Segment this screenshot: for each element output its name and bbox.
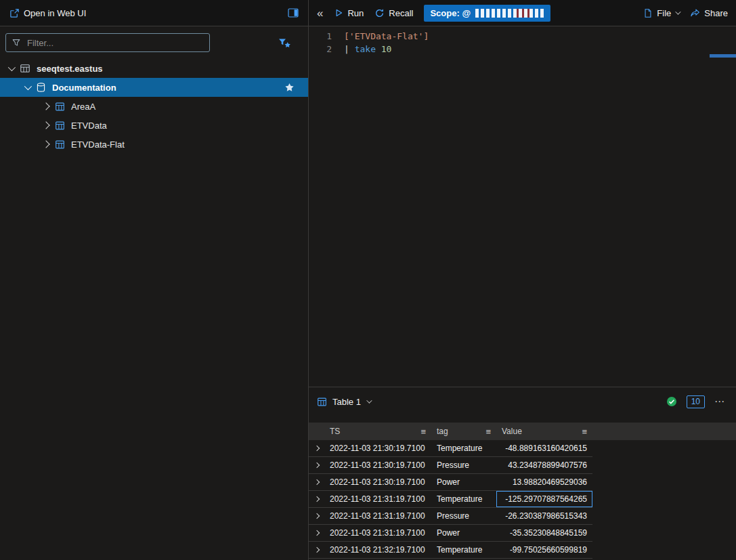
- filter-input-wrapper: [5, 33, 210, 52]
- open-in-web-ui-button[interactable]: Open in Web UI: [9, 8, 86, 18]
- table-label: ETVData: [71, 121, 107, 131]
- cell-value[interactable]: -26.230387986515343: [496, 508, 592, 524]
- cell-tag[interactable]: Pressure: [431, 508, 496, 524]
- cell-tag[interactable]: Power: [431, 525, 496, 541]
- cell-ts[interactable]: 2022-11-03 21:32:19.7100: [324, 542, 431, 558]
- column-menu-icon[interactable]: ≡: [485, 427, 491, 437]
- query-editor[interactable]: 1 ['ETVData-Flat'] 2 | take 10: [309, 26, 736, 387]
- code-token-number: 10: [376, 44, 391, 54]
- expand-column-header: [309, 423, 324, 440]
- table-row[interactable]: 2022-11-03 21:30:19.7100 Temperature -48…: [309, 440, 592, 457]
- row-expand-icon[interactable]: [313, 479, 319, 485]
- table-label: AreaA: [71, 102, 95, 112]
- chevron-right-icon[interactable]: [42, 140, 49, 148]
- topbar-right: « Run Recall Scope: @: [309, 0, 736, 26]
- table-label: ETVData-Flat: [71, 139, 125, 150]
- cell-tag[interactable]: Temperature: [431, 440, 496, 456]
- row-expand-icon[interactable]: [313, 462, 319, 468]
- results-table-header: TS ≡ tag ≡ Value ≡: [309, 423, 736, 440]
- column-header-tag[interactable]: tag ≡: [431, 423, 496, 440]
- chevron-down-icon[interactable]: [24, 83, 32, 90]
- cell-ts[interactable]: 2022-11-03 21:30:19.7100: [324, 457, 431, 473]
- file-icon: [643, 8, 653, 18]
- scope-redacted-value: [475, 9, 544, 18]
- run-button[interactable]: Run: [334, 8, 364, 18]
- tree-item-cluster[interactable]: seeqtest.eastus: [0, 59, 308, 78]
- column-header-value[interactable]: Value ≡: [496, 423, 592, 440]
- favorites-filter-icon[interactable]: [278, 37, 292, 48]
- cell-tag[interactable]: Power: [431, 474, 496, 490]
- tree-item-table-etvdata-flat[interactable]: ETVData-Flat: [0, 135, 308, 154]
- column-menu-icon[interactable]: ≡: [420, 427, 426, 437]
- tree-item-table-areaa[interactable]: AreaA: [0, 97, 308, 116]
- chevron-right-icon[interactable]: [42, 102, 49, 110]
- topbar-left: Open in Web UI: [0, 0, 309, 26]
- table-row[interactable]: 2022-11-03 21:31:19.7100 Temperature -12…: [309, 491, 592, 508]
- row-expand-icon[interactable]: [313, 547, 319, 553]
- cell-ts[interactable]: 2022-11-03 21:31:19.7100: [324, 491, 431, 507]
- column-label: Value: [502, 427, 522, 436]
- results-panel: Table 1 10 ⋯ TS ≡: [309, 387, 736, 560]
- results-tab-label[interactable]: Table 1: [332, 397, 361, 407]
- share-button[interactable]: Share: [690, 8, 728, 18]
- table-icon: [317, 397, 327, 407]
- results-header: Table 1 10 ⋯: [309, 387, 736, 416]
- main-panel: 1 ['ETVData-Flat'] 2 | take 10 Table 1: [309, 26, 736, 560]
- row-expand-icon[interactable]: [313, 530, 319, 536]
- collapse-panel-button[interactable]: «: [317, 7, 323, 19]
- chevron-down-icon[interactable]: [8, 64, 16, 71]
- connection-tree: seeqtest.eastus Documentation AreaA: [0, 59, 308, 154]
- cell-value[interactable]: 43.234878899407576: [496, 457, 592, 473]
- cell-value[interactable]: -99.75025660599819: [496, 542, 592, 558]
- column-label: TS: [330, 427, 340, 436]
- run-label: Run: [347, 8, 364, 18]
- cell-ts[interactable]: 2022-11-03 21:31:19.7100: [324, 508, 431, 524]
- table-row[interactable]: 2022-11-03 21:31:19.7100 Power -35.35230…: [309, 525, 592, 542]
- topbar: Open in Web UI « Run Recall Scope: @: [0, 0, 736, 26]
- scope-selector[interactable]: Scope: @: [424, 5, 550, 22]
- cell-value-selected[interactable]: -125.29707887564265: [496, 491, 592, 507]
- cluster-label: seeqtest.eastus: [37, 64, 103, 74]
- more-options-button[interactable]: ⋯: [714, 395, 725, 408]
- line-number: 2: [309, 43, 332, 56]
- code-token-pipe: |: [344, 44, 355, 54]
- cell-tag[interactable]: Temperature: [431, 491, 496, 507]
- code-token-table-name: ['ETVData-Flat']: [344, 31, 429, 41]
- cell-value[interactable]: -48.889163160420615: [496, 440, 592, 456]
- tree-item-table-etvdata[interactable]: ETVData: [0, 116, 308, 135]
- row-expand-icon[interactable]: [313, 513, 319, 519]
- results-header-actions: 10 ⋯: [666, 395, 725, 408]
- line-number: 1: [309, 30, 332, 43]
- scope-label: Scope: @: [430, 8, 471, 18]
- database-icon: [36, 82, 46, 93]
- cell-ts[interactable]: 2022-11-03 21:30:19.7100: [324, 440, 431, 456]
- chevron-down-icon[interactable]: [366, 397, 372, 403]
- cell-ts[interactable]: 2022-11-03 21:30:19.7100: [324, 474, 431, 490]
- chevron-right-icon[interactable]: [42, 121, 49, 129]
- cell-tag[interactable]: Temperature: [431, 542, 496, 558]
- cell-value[interactable]: -35.35230848845159: [496, 525, 592, 541]
- row-expand-icon[interactable]: [313, 496, 319, 502]
- table-row[interactable]: 2022-11-03 21:31:19.7100 Pressure -26.23…: [309, 508, 592, 525]
- table-row[interactable]: 2022-11-03 21:30:19.7100 Power 13.988204…: [309, 474, 592, 491]
- column-header-ts[interactable]: TS ≡: [324, 423, 431, 440]
- table-row[interactable]: 2022-11-03 21:32:19.7100 Temperature -99…: [309, 542, 592, 559]
- recall-label: Recall: [389, 8, 413, 18]
- share-label: Share: [704, 8, 728, 18]
- tree-item-database-documentation[interactable]: Documentation: [0, 78, 308, 97]
- open-external-icon: [9, 8, 20, 18]
- panel-toggle-icon[interactable]: [288, 8, 299, 18]
- filter-input[interactable]: [26, 37, 204, 49]
- file-menu-button[interactable]: File: [643, 8, 679, 18]
- column-menu-icon[interactable]: ≡: [582, 427, 587, 437]
- favorite-star-icon[interactable]: [284, 83, 295, 93]
- cell-value[interactable]: 13.98820469529036: [496, 474, 592, 490]
- cell-tag[interactable]: Pressure: [431, 457, 496, 473]
- open-in-web-ui-label: Open in Web UI: [24, 8, 86, 18]
- row-expand-icon[interactable]: [313, 446, 319, 451]
- cell-ts[interactable]: 2022-11-03 21:31:19.7100: [324, 525, 431, 541]
- empty-column-header: [592, 423, 736, 440]
- share-icon: [690, 8, 700, 18]
- table-row[interactable]: 2022-11-03 21:30:19.7100 Pressure 43.234…: [309, 457, 592, 474]
- recall-button[interactable]: Recall: [374, 8, 413, 18]
